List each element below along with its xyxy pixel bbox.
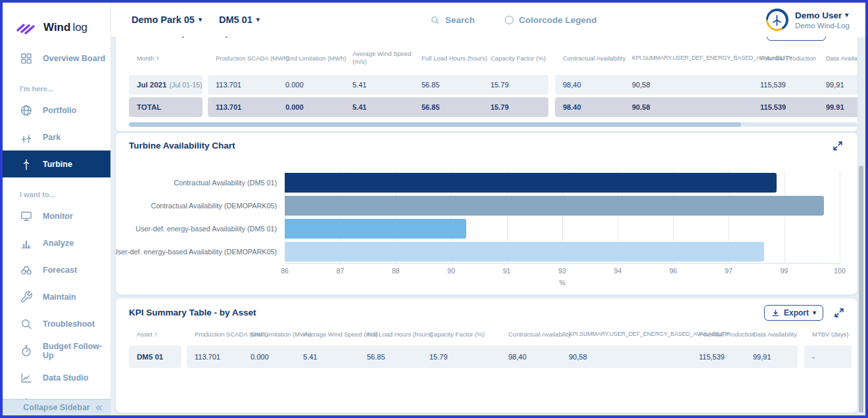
sort-asc-icon: ↑ — [156, 55, 159, 62]
column-header-potential-production: Potential Production — [752, 46, 818, 70]
month-table-header-row: Month↑Production SCADA (MWh)Grid Limitat… — [129, 46, 857, 70]
sidebar-item-data-studio[interactable]: Data Studio — [3, 364, 110, 391]
turbine-selector[interactable]: DM5 01 ▾ — [219, 14, 260, 25]
column-header-contractual-availability: Contractual Availability — [500, 329, 561, 339]
brand-bold: Wind — [43, 21, 70, 34]
column-header-capacity-factor: Capacity Factor (%) — [422, 329, 500, 339]
kpi-month-card: KPI Summary Table - by Month Export ▾ Mo… — [116, 37, 857, 131]
value-cell: 113.701 — [187, 346, 243, 368]
chart-x-tick-label: 87 — [337, 267, 345, 275]
column-header-capacity-factor: Capacity Factor (%) — [483, 46, 548, 70]
chart-x-tick-label: 100 — [834, 267, 846, 275]
vertical-scrollbar — [859, 38, 863, 414]
horizontal-scrollbar — [129, 122, 857, 127]
sidebar-item-park[interactable]: Park — [3, 124, 110, 151]
collapse-sidebar-button[interactable]: Collapse Sidebar — [3, 399, 110, 415]
chevron-double-left-icon — [94, 403, 104, 413]
topbar-tools: Search Colorcode Legend — [430, 3, 597, 37]
column-header-full-load-hours-hours: Full Load Hours (hours) — [414, 46, 483, 70]
main-area: Demo Park 05 ▾ DM5 01 ▾ Search Colorcode… — [110, 3, 865, 415]
sidebar-item-maintain[interactable]: Maintain — [3, 283, 110, 310]
chart-x-tick-label: 93 — [558, 267, 566, 275]
expand-icon[interactable] — [832, 141, 843, 151]
park-selector[interactable]: Demo Park 05 ▾ — [132, 14, 202, 25]
chevron-down-icon: ▾ — [845, 12, 848, 18]
column-header-asset[interactable]: Asset↑ — [129, 329, 181, 339]
search-button[interactable]: Search — [430, 15, 475, 25]
sidebar-item-label: Maintain — [43, 292, 76, 302]
export-label: Export — [784, 308, 809, 317]
column-header-average-wind-speed-m-s: Average Wind Speed (m/s) — [345, 46, 414, 70]
chart-x-tick-label: 91 — [503, 267, 511, 275]
sidebar-item-budget-follow-up[interactable]: Budget Follow-Up — [3, 337, 110, 364]
sidebar-item-monitor[interactable]: Monitor — [3, 202, 110, 229]
chart-bar-row — [285, 217, 840, 240]
availability-chart-title: Turbine Availability Chart — [129, 141, 235, 151]
horizontal-scrollbar-thumb[interactable] — [129, 122, 741, 127]
row-cell-group: 98,4090,58115,53999,91 — [555, 75, 857, 95]
column-header-data-availability: Data Availability — [818, 46, 857, 70]
chart-bar-row — [285, 171, 840, 194]
chart-x-tick-label: 88 — [392, 267, 400, 275]
binoculars-icon — [20, 264, 33, 277]
sidebar-item-troubleshoot[interactable]: Troubleshoot — [3, 310, 110, 337]
chart-category-label: User-def. energy-based Availability (DEM… — [116, 240, 281, 263]
grid-icon — [20, 52, 33, 65]
row-label-cell: TOTAL — [129, 97, 203, 117]
sidebar-item-forecast[interactable]: Forecast — [3, 256, 110, 283]
value-cell: - — [804, 346, 852, 368]
row-label-cell: Jul 2021(Jul 01-15) — [129, 75, 203, 95]
brand-text: Windlog — [43, 21, 87, 34]
chart-x-tick-label: 96 — [669, 267, 677, 275]
vertical-scrollbar-thumb[interactable] — [859, 166, 863, 413]
line-chart-icon — [20, 371, 33, 384]
export-button[interactable]: Export ▾ — [764, 305, 823, 321]
value-cell: 115.539 — [752, 97, 818, 117]
value-cell: 56.85 — [414, 75, 483, 95]
chevron-down-icon: ▾ — [813, 310, 816, 316]
download-icon — [771, 309, 780, 317]
app-logo[interactable]: Windlog — [3, 3, 110, 45]
avatar — [766, 9, 788, 31]
sidebar-item-label: Budget Follow-Up — [43, 342, 110, 360]
sidebar-item-overview-board[interactable]: Overview Board — [3, 45, 110, 72]
sidebar-item-turbine[interactable]: Turbine — [3, 151, 110, 177]
chart-bar-row — [285, 240, 840, 263]
column-header-month[interactable]: Month↑ — [129, 46, 203, 70]
chart-bar — [285, 196, 824, 216]
value-cell: 115,539 — [691, 346, 745, 368]
value-cell: 0.000 — [243, 346, 295, 368]
row-cell-group: 113.7010.0005.4156.8515.79 — [208, 75, 548, 95]
chart-x-axis-label: % — [285, 279, 840, 287]
row-cell-group: - — [804, 346, 852, 368]
value-cell: 15.79 — [483, 75, 548, 95]
sidebar-item-label: Portfolio — [43, 106, 76, 115]
column-header-mtbv-days: MTBV (days) — [804, 329, 852, 339]
sidebar: Windlog Overview BoardI'm here...Portfol… — [3, 3, 111, 415]
user-menu[interactable]: Demo User ▾ Demo Wind-Log — [766, 3, 850, 37]
expand-icon[interactable] — [834, 308, 844, 318]
chart-bar — [285, 242, 764, 262]
column-header-data-availability: Data Availability — [745, 329, 798, 339]
sidebar-item-analyze[interactable]: Analyze — [3, 229, 110, 256]
row-label-cell: DM5 01 — [129, 346, 181, 368]
sidebar-item-label: Data Studio — [43, 373, 88, 383]
export-button[interactable]: Export ▾ — [767, 37, 826, 41]
colorcode-legend-button[interactable]: Colorcode Legend — [505, 15, 597, 25]
chart-x-tick-label: 86 — [281, 267, 289, 275]
chart-category-label: Contractual Availability (DEMOPARK05) — [116, 194, 281, 217]
chart-bar — [285, 173, 777, 193]
availability-chart-card: Turbine Availability Chart Contractual A… — [116, 133, 857, 294]
value-cell: 115,539 — [752, 75, 818, 95]
value-cell: 90,58 — [624, 75, 752, 95]
sidebar-item-label: Troubleshoot — [43, 319, 95, 329]
sidebar-item-label: Forecast — [43, 266, 77, 275]
sidebar-section-label: I want to... — [3, 187, 110, 202]
user-subtitle: Demo Wind-Log — [795, 22, 850, 30]
sidebar-item-label: Park — [43, 133, 60, 142]
turbine-selector-label: DM5 01 — [219, 14, 253, 25]
value-cell: 90.58 — [624, 97, 752, 117]
row-cell-group: 98.4090.58115.53999.91 — [555, 97, 857, 117]
column-header-grid-limitation-mwh: Grid Limitation (MWh) — [243, 329, 295, 339]
sidebar-item-portfolio[interactable]: Portfolio — [3, 97, 110, 124]
